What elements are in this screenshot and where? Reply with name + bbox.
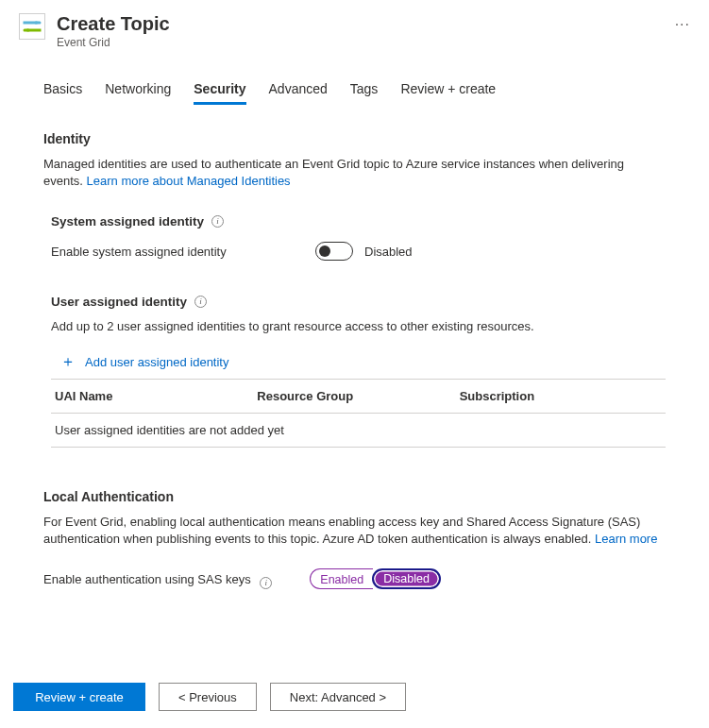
user-identity-heading: User assigned identity bbox=[51, 295, 187, 309]
page-title: Create Topic bbox=[57, 11, 664, 36]
tab-networking[interactable]: Networking bbox=[105, 81, 171, 105]
user-identities-table: UAI Name Resource Group Subscription Use… bbox=[51, 379, 666, 448]
previous-button[interactable]: < Previous bbox=[159, 683, 257, 711]
local-auth-label: Enable authentication using SAS keys i bbox=[43, 572, 272, 589]
review-create-button[interactable]: Review + create bbox=[13, 683, 145, 711]
col-resource-group: Resource Group bbox=[257, 389, 459, 403]
system-identity-heading: System assigned identity bbox=[51, 214, 204, 229]
tab-review-create[interactable]: Review + create bbox=[400, 81, 496, 105]
local-auth-description-text: For Event Grid, enabling local authentic… bbox=[43, 515, 640, 546]
add-user-identity-button[interactable]: ＋ Add user assigned identity bbox=[60, 354, 666, 369]
system-identity-toggle-wrap: Disabled bbox=[315, 242, 413, 261]
sas-option-disabled[interactable]: Disabled bbox=[372, 568, 441, 589]
title-block: Create Topic Event Grid bbox=[57, 11, 664, 49]
system-identity-row: Enable system assigned identity Disabled bbox=[51, 242, 666, 261]
page-subtitle: Event Grid bbox=[57, 36, 664, 49]
system-identity-state: Disabled bbox=[364, 245, 413, 259]
plus-icon: ＋ bbox=[60, 354, 76, 369]
page-root: Create Topic Event Grid ··· Basics Netwo… bbox=[0, 0, 709, 728]
wizard-footer: Review + create < Previous Next: Advance… bbox=[13, 683, 406, 711]
tab-tags[interactable]: Tags bbox=[350, 81, 379, 105]
local-auth-description: For Event Grid, enabling local authentic… bbox=[43, 514, 666, 548]
local-auth-section-title: Local Authentication bbox=[43, 489, 666, 504]
info-icon[interactable]: i bbox=[260, 577, 272, 589]
col-uai-name: UAI Name bbox=[55, 389, 257, 403]
system-identity-label: Enable system assigned identity bbox=[51, 245, 315, 259]
form-content: Identity Managed identities are used to … bbox=[0, 131, 709, 593]
add-user-identity-label: Add user assigned identity bbox=[85, 355, 228, 369]
user-identity-description: Add up to 2 user assigned identities to … bbox=[51, 318, 666, 335]
table-header: UAI Name Resource Group Subscription bbox=[51, 380, 666, 414]
tab-basics[interactable]: Basics bbox=[43, 81, 82, 105]
sas-keys-segmented: Enabled Disabled bbox=[310, 568, 441, 593]
more-actions-button[interactable]: ··· bbox=[675, 11, 690, 34]
tab-security[interactable]: Security bbox=[194, 81, 245, 105]
info-icon[interactable]: i bbox=[211, 215, 224, 228]
next-button[interactable]: Next: Advanced > bbox=[270, 683, 406, 711]
info-icon[interactable]: i bbox=[194, 296, 207, 308]
table-empty-message: User assigned identities are not added y… bbox=[51, 414, 666, 448]
identity-description: Managed identities are used to authentic… bbox=[43, 156, 666, 190]
page-header: Create Topic Event Grid ··· bbox=[0, 0, 709, 51]
system-identity-heading-row: System assigned identity i bbox=[51, 214, 666, 229]
user-identity-heading-row: User assigned identity i bbox=[51, 295, 666, 309]
system-identity-toggle[interactable] bbox=[315, 242, 353, 261]
local-auth-row: Enable authentication using SAS keys i E… bbox=[43, 568, 666, 593]
topic-resource-icon bbox=[19, 13, 45, 40]
identity-learn-more-link[interactable]: Learn more about Managed Identities bbox=[87, 174, 291, 188]
identity-section-title: Identity bbox=[43, 131, 666, 146]
tab-advanced[interactable]: Advanced bbox=[269, 81, 328, 105]
local-auth-learn-more-link[interactable]: Learn more bbox=[595, 532, 657, 546]
col-subscription: Subscription bbox=[460, 389, 662, 403]
wizard-tabs: Basics Networking Security Advanced Tags… bbox=[0, 51, 709, 105]
sas-option-enabled[interactable]: Enabled bbox=[310, 568, 373, 589]
local-auth-label-text: Enable authentication using SAS keys bbox=[43, 572, 251, 586]
